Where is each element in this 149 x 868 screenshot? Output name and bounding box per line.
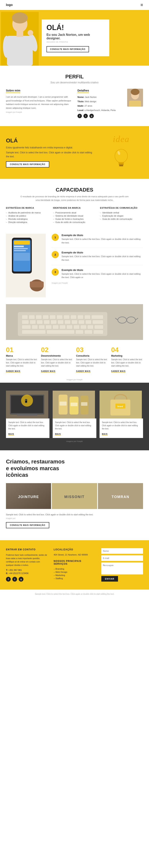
- svg-rect-65: [84, 330, 92, 334]
- svg-rect-50: [92, 320, 103, 324]
- exemplos-section: 1 Exemplo de título Sample text. Click t…: [0, 232, 149, 304]
- logo: logo: [6, 3, 13, 7]
- contact-instagram-icon[interactable]: g: [19, 577, 24, 582]
- svg-rect-13: [118, 162, 124, 164]
- cap-col3-title: ESTRATÉGIA DE COMUNICAÇÃO: [100, 207, 143, 209]
- cap-col1-title: ESTRATÉGIA DE MARCA: [6, 207, 49, 209]
- col-text-3: Sample text. Click to select the text bo…: [76, 358, 108, 368]
- col-link-1[interactable]: SABER MAIS: [6, 370, 21, 373]
- detalhes-title: Detalhes: [77, 89, 89, 93]
- col-link-3[interactable]: SABER MAIS: [76, 370, 90, 373]
- exemplo-text-3: Sample text. Click to select the text bo…: [62, 272, 143, 279]
- idea-text: idea: [99, 134, 143, 144]
- portfolio-text-1: Sample text. Click to select the text bo…: [8, 421, 47, 430]
- footer-text: Sample text. Click to select the text bo…: [6, 593, 143, 595]
- avatar: [127, 89, 143, 106]
- svg-rect-21: [14, 246, 24, 247]
- svg-rect-83: [71, 403, 77, 406]
- svg-rect-53: [39, 325, 45, 329]
- svg-rect-24: [14, 253, 30, 261]
- svg-rect-26: [30, 281, 44, 287]
- col-item-4: 04 Marketing Sample text. Click to selec…: [111, 346, 143, 373]
- svg-rect-51: [22, 325, 31, 329]
- list-item: –Direção estratégica: [6, 221, 49, 224]
- svg-rect-29: [22, 315, 28, 319]
- sobre-mim-text: I am an all-round web developer. I am a …: [6, 95, 72, 110]
- exemplo-title-2: Exemplo de título: [62, 251, 143, 254]
- portfolio-link-2[interactable]: MAIS: [55, 433, 61, 436]
- contact-submit-button[interactable]: ENVIAR: [101, 576, 118, 582]
- portfolio-section: 📱 Sample text. Click to select the text …: [0, 383, 149, 450]
- portfolio-card-3: brand Sample text. Click to select the t…: [100, 391, 143, 438]
- svg-rect-22: [14, 248, 28, 249]
- social-twitter-icon[interactable]: t: [83, 114, 88, 118]
- svg-text:brand: brand: [117, 405, 123, 407]
- svg-rect-47: [72, 320, 77, 324]
- ola-title: OLÁ: [6, 137, 94, 144]
- perfil-section: PERFIL Sou um desenvolvedor multitarefa …: [0, 66, 149, 126]
- hero-section: OLÁ! Eu sou Jack Norton, um web designer…: [0, 10, 149, 66]
- perfil-title: PERFIL: [6, 73, 143, 80]
- four-cols-section: 01 Marca Sample text. Click to select th…: [0, 340, 149, 379]
- contact-name-input[interactable]: [101, 548, 143, 554]
- hero-greeting: OLÁ!: [46, 24, 105, 32]
- marcas-source: Imagem por: [6, 517, 143, 519]
- exemplo-item-1: 1 Exemplo de título Sample text. Click t…: [52, 234, 143, 248]
- exemplo-text-2: Sample text. Click to select the text bo…: [62, 255, 143, 262]
- contact-message-input[interactable]: [101, 562, 143, 575]
- svg-rect-59: [80, 325, 86, 329]
- col-title-4: Marketing: [111, 354, 143, 357]
- detail-titulo: Título: Web design: [77, 99, 116, 103]
- svg-text:MISSONIT: MISSONIT: [64, 495, 85, 499]
- svg-rect-41: [30, 320, 36, 324]
- col-num-1: 01: [6, 346, 38, 354]
- portfolio-link-3[interactable]: MAIS: [102, 433, 108, 436]
- contact-text: Podemos fazer tudo confiavelmente, tarde…: [6, 553, 48, 567]
- svg-rect-23: [14, 250, 26, 251]
- sobre-mim-source: Imagem por Freepik: [6, 111, 72, 113]
- social-facebook-icon[interactable]: f: [77, 114, 82, 118]
- detail-nome-label: Nome:: [77, 96, 85, 98]
- list-item: –Identidade verbal: [100, 211, 143, 214]
- contact-twitter-icon[interactable]: t: [12, 577, 17, 582]
- contact-facebook-icon[interactable]: f: [6, 577, 11, 582]
- svg-rect-40: [22, 320, 29, 324]
- social-instagram-icon[interactable]: g: [89, 114, 94, 118]
- svg-text:📱: 📱: [24, 399, 28, 403]
- footer: Sample text. Click to select the text bo…: [0, 590, 149, 598]
- social-icons: f t g: [77, 114, 116, 118]
- svg-rect-61: [95, 325, 103, 329]
- col-link-2[interactable]: SABER MAIS: [41, 370, 55, 373]
- ola-text1: Estou igualmente feliz trabalhando em mí…: [6, 146, 94, 150]
- svg-rect-37: [77, 315, 83, 319]
- detail-titulo-label: Título:: [77, 100, 85, 103]
- svg-rect-63: [47, 330, 75, 334]
- svg-rect-15: [119, 165, 123, 166]
- sobre-mim-title: Sobre mim: [6, 89, 20, 93]
- col-num-4: 04: [111, 346, 143, 354]
- hero-image-area: [0, 10, 40, 66]
- exemplo-text-1: Sample text. Click to select the text bo…: [62, 238, 143, 244]
- contact-form-block: ENVIAR: [101, 548, 143, 582]
- menu-icon[interactable]: ≡: [141, 2, 143, 7]
- portfolio-link-1[interactable]: MAIS: [8, 433, 14, 436]
- list-item: –Posicionamento atual: [53, 211, 96, 214]
- exemplo-title-3: Exemplo de título: [62, 269, 143, 272]
- portfolio-img-2: [53, 391, 96, 418]
- servicos-title: NOSSOS PRINCIPAIS SERVIÇOS: [53, 560, 96, 565]
- marcas-cta-button[interactable]: CONSULTE MAIS INFORMAÇÃO: [6, 522, 49, 528]
- ola-left: OLÁ Estou igualmente feliz trabalhando e…: [6, 137, 94, 167]
- detalhes-block: Detalhes Nome: Jack Norton Título: Web d…: [77, 89, 143, 118]
- portfolio-card-1: 📱 Sample text. Click to select the text …: [6, 391, 49, 438]
- cap-col1: ESTRATÉGIA DE MARCA –Auditoria de patrim…: [6, 207, 49, 224]
- col-link-4[interactable]: SABER MAIS: [111, 370, 126, 373]
- contact-email-input[interactable]: [101, 555, 143, 561]
- list-item: –Guias de fontes e ilustrações: [53, 217, 96, 221]
- hero-cta-button[interactable]: CONSULTE MAIS INFORMAÇÃO: [46, 46, 89, 52]
- svg-rect-54: [46, 325, 52, 329]
- svg-rect-57: [67, 325, 73, 329]
- localizacao-title: LOCALIZAÇÃO: [53, 548, 96, 551]
- list-item: –Sistema de identidade visual: [53, 214, 96, 217]
- servico-item-2: – Web Design: [53, 570, 96, 574]
- ola-cta-button[interactable]: CONSULTE MAIS INFORMAÇÃO: [6, 161, 49, 167]
